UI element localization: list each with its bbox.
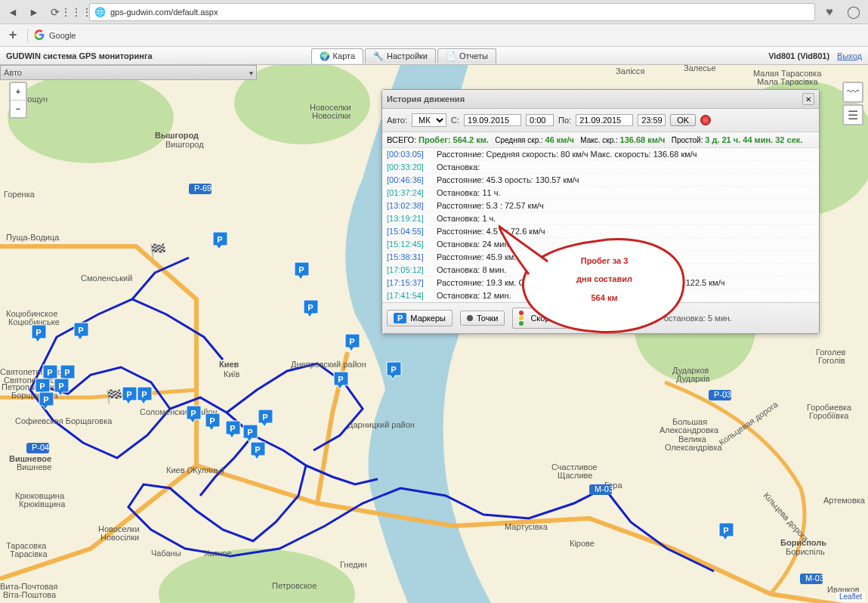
svg-text:M-03: M-03 xyxy=(595,484,613,493)
parking-marker[interactable] xyxy=(204,413,221,431)
history-row[interactable]: [00:03:05]Расстояние: Средняя скорость: … xyxy=(382,148,819,161)
svg-text:P-69: P-69 xyxy=(194,184,212,193)
forward-icon[interactable]: ► xyxy=(26,4,42,20)
svg-text:Залісся: Залісся xyxy=(616,66,645,76)
svg-text:Дарницкий район: Дарницкий район xyxy=(348,420,415,429)
svg-text:Вишгород: Вишгород xyxy=(165,140,204,149)
svg-text:Пуща-Водица: Пуща-Водица xyxy=(6,233,60,242)
parking-marker[interactable] xyxy=(242,424,258,442)
stop-record-icon[interactable] xyxy=(700,115,711,125)
svg-text:Київ: Київ xyxy=(224,370,240,379)
parking-marker[interactable] xyxy=(257,409,273,427)
sidebar-vehicle-header[interactable]: Авто ▾ xyxy=(0,65,257,80)
ok-button[interactable]: OK xyxy=(670,114,696,126)
wrench-icon: 🔧 xyxy=(373,51,383,61)
parking-marker[interactable] xyxy=(332,371,349,389)
account-icon[interactable]: ◯ xyxy=(844,4,863,20)
svg-text:Мала Тарасівка: Мала Тарасівка xyxy=(757,77,818,86)
road-layer-button[interactable]: 〰 xyxy=(842,82,863,103)
parking-marker[interactable] xyxy=(293,261,310,280)
google-label: Google xyxy=(49,31,76,40)
globe-map-icon: 🌍 xyxy=(320,51,329,61)
panel-title: История движения xyxy=(387,94,465,104)
parking-marker[interactable] xyxy=(302,299,319,317)
svg-text:Кірове: Кірове xyxy=(570,539,595,548)
svg-text:Киев: Киев xyxy=(219,360,239,369)
tab-reports[interactable]: 📄 Отчеты xyxy=(437,48,496,63)
logout-link[interactable]: Выход xyxy=(837,51,862,60)
svg-text:Днепровский район: Днепровский район xyxy=(291,360,366,369)
svg-text:Александровка: Александровка xyxy=(659,425,719,434)
url-input[interactable]: 🌐 gps-gudwin.com/default.aspx xyxy=(89,3,815,21)
google-bookmark[interactable]: Google xyxy=(34,29,76,42)
svg-text:Мартусівка: Мартусівка xyxy=(505,522,548,531)
p-badge-icon: P xyxy=(394,313,406,323)
svg-text:Хатное: Хатное xyxy=(204,549,232,558)
parking-marker[interactable] xyxy=(212,231,228,249)
app-header: GUDWIN система GPS мониторинга 🌍 Карта 🔧… xyxy=(0,47,868,65)
svg-point-3 xyxy=(159,549,355,603)
parking-marker[interactable] xyxy=(136,386,153,404)
back-icon[interactable]: ◄ xyxy=(5,4,21,20)
finish-flag-icon[interactable]: 🏁 xyxy=(106,388,122,405)
parking-marker[interactable] xyxy=(53,378,70,396)
svg-text:Гоголів: Гоголів xyxy=(818,356,845,365)
layers-button[interactable]: ☰ xyxy=(842,104,863,125)
svg-text:Дударків: Дударків xyxy=(676,374,710,383)
close-icon[interactable]: ✕ xyxy=(802,93,814,105)
parking-marker[interactable] xyxy=(185,405,202,423)
apps-icon[interactable]: ⋮⋮⋮ xyxy=(68,4,85,20)
app-title: GUDWIN система GPS мониторинга xyxy=(6,51,153,60)
to-time-input[interactable] xyxy=(638,114,666,126)
tab-settings[interactable]: 🔧 Настройки xyxy=(365,48,436,63)
history-row[interactable]: [01:37:24]Остановка: 11 ч. xyxy=(382,187,819,199)
history-row[interactable]: [13:02:38]Расстояние: 5.3 : 72.57 км/ч xyxy=(382,199,819,212)
parking-marker[interactable] xyxy=(224,420,241,438)
svg-text:Новосілки: Новосілки xyxy=(312,111,351,120)
svg-text:Чабаны: Чабаны xyxy=(151,549,181,558)
svg-text:P-03: P-03 xyxy=(714,390,731,399)
finish-flag-icon[interactable]: 🏁 xyxy=(150,243,166,259)
parking-marker[interactable] xyxy=(121,386,137,404)
svg-text:Вышгород: Вышгород xyxy=(155,131,199,140)
zoom-out-button[interactable]: − xyxy=(11,100,26,117)
history-row[interactable]: [00:46:36]Расстояние: 45.3 орость: 130.5… xyxy=(382,174,819,187)
tab-map[interactable]: 🌍 Карта xyxy=(311,48,363,63)
summary-row: ВСЕГО: Пробег: 564.2 км. Средняя скр.: 4… xyxy=(382,132,819,148)
zoom-control: + − xyxy=(9,82,27,119)
svg-text:Петровское: Петровское xyxy=(272,581,317,590)
from-time-input[interactable] xyxy=(526,114,554,126)
zoom-in-button[interactable]: + xyxy=(11,83,26,100)
parking-marker[interactable] xyxy=(385,361,402,379)
svg-text:Гнедин: Гнедин xyxy=(340,560,367,569)
dot-icon xyxy=(467,315,473,321)
from-date-input[interactable] xyxy=(464,114,521,126)
svg-point-0 xyxy=(8,73,174,163)
parking-marker[interactable] xyxy=(38,391,54,410)
parking-marker[interactable] xyxy=(73,322,89,340)
svg-text:Новосілки: Новосілки xyxy=(100,533,139,542)
google-icon xyxy=(34,29,45,42)
parking-marker[interactable] xyxy=(344,333,360,351)
svg-text:Софиевская Борщаговка: Софиевская Борщаговка xyxy=(15,416,113,425)
parking-marker[interactable] xyxy=(249,441,266,459)
history-row[interactable]: [00:33:20]Остановка: xyxy=(382,161,819,174)
vehicle-select[interactable]: МК xyxy=(412,113,446,127)
leaflet-attribution: Leaflet xyxy=(836,592,865,601)
callout-bubble: Пробег за 3 дня составил 564 км xyxy=(499,220,691,352)
url-text: gps-gudwin.com/default.aspx xyxy=(110,8,218,17)
svg-text:Киев (Жуляны): Киев (Жуляны) xyxy=(166,465,224,475)
svg-text:M-03: M-03 xyxy=(805,574,824,583)
to-date-input[interactable] xyxy=(576,114,633,126)
svg-text:Тарасівка: Тарасівка xyxy=(10,549,48,558)
svg-text:Смоленський: Смоленський xyxy=(81,274,132,283)
new-tab-button[interactable]: + xyxy=(5,27,21,43)
report-icon: 📄 xyxy=(446,51,456,61)
parking-marker[interactable] xyxy=(718,522,734,540)
chevron-down-icon: ▾ xyxy=(249,69,253,77)
markers-button[interactable]: P Маркеры xyxy=(387,310,453,326)
parking-marker[interactable] xyxy=(30,324,47,342)
heart-icon[interactable]: ♥ xyxy=(820,4,839,20)
svg-text:Бориспіль: Бориспіль xyxy=(786,547,825,556)
svg-text:Горобіївка: Горобіївка xyxy=(809,411,849,420)
